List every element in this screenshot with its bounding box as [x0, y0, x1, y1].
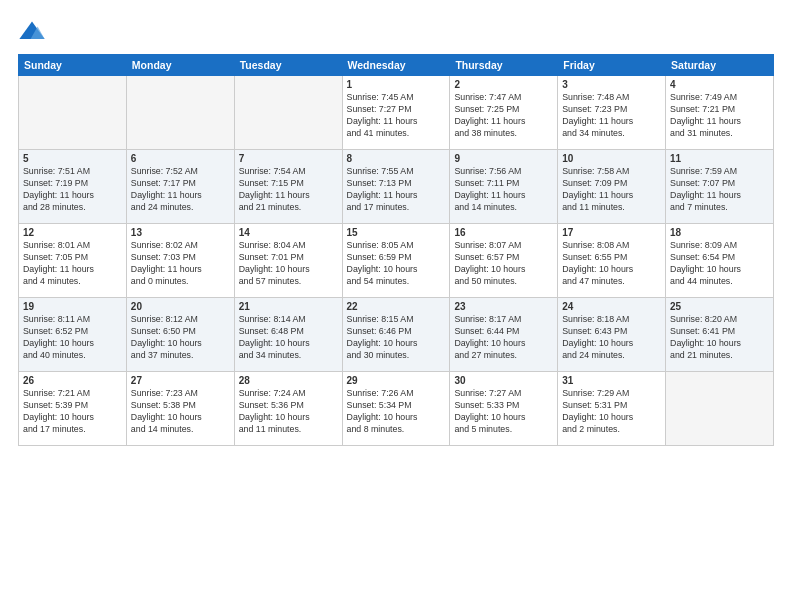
day-number: 16	[454, 227, 553, 238]
day-number: 29	[347, 375, 446, 386]
table-row	[126, 76, 234, 150]
day-info: Sunrise: 7:48 AM Sunset: 7:23 PM Dayligh…	[562, 92, 661, 140]
day-number: 24	[562, 301, 661, 312]
calendar-header-row: Sunday Monday Tuesday Wednesday Thursday…	[19, 55, 774, 76]
col-sunday: Sunday	[19, 55, 127, 76]
day-number: 14	[239, 227, 338, 238]
day-info: Sunrise: 8:04 AM Sunset: 7:01 PM Dayligh…	[239, 240, 338, 288]
logo-icon	[18, 18, 46, 46]
day-number: 1	[347, 79, 446, 90]
day-info: Sunrise: 7:55 AM Sunset: 7:13 PM Dayligh…	[347, 166, 446, 214]
calendar-week-row: 12Sunrise: 8:01 AM Sunset: 7:05 PM Dayli…	[19, 224, 774, 298]
day-info: Sunrise: 8:20 AM Sunset: 6:41 PM Dayligh…	[670, 314, 769, 362]
day-number: 30	[454, 375, 553, 386]
day-info: Sunrise: 7:26 AM Sunset: 5:34 PM Dayligh…	[347, 388, 446, 436]
day-info: Sunrise: 8:17 AM Sunset: 6:44 PM Dayligh…	[454, 314, 553, 362]
day-info: Sunrise: 8:08 AM Sunset: 6:55 PM Dayligh…	[562, 240, 661, 288]
table-row: 22Sunrise: 8:15 AM Sunset: 6:46 PM Dayli…	[342, 298, 450, 372]
day-info: Sunrise: 8:18 AM Sunset: 6:43 PM Dayligh…	[562, 314, 661, 362]
day-info: Sunrise: 8:12 AM Sunset: 6:50 PM Dayligh…	[131, 314, 230, 362]
day-number: 28	[239, 375, 338, 386]
day-number: 20	[131, 301, 230, 312]
day-info: Sunrise: 8:05 AM Sunset: 6:59 PM Dayligh…	[347, 240, 446, 288]
day-info: Sunrise: 7:58 AM Sunset: 7:09 PM Dayligh…	[562, 166, 661, 214]
table-row: 16Sunrise: 8:07 AM Sunset: 6:57 PM Dayli…	[450, 224, 558, 298]
day-number: 4	[670, 79, 769, 90]
col-wednesday: Wednesday	[342, 55, 450, 76]
day-number: 3	[562, 79, 661, 90]
table-row: 21Sunrise: 8:14 AM Sunset: 6:48 PM Dayli…	[234, 298, 342, 372]
day-number: 11	[670, 153, 769, 164]
day-number: 10	[562, 153, 661, 164]
day-number: 26	[23, 375, 122, 386]
col-friday: Friday	[558, 55, 666, 76]
table-row: 14Sunrise: 8:04 AM Sunset: 7:01 PM Dayli…	[234, 224, 342, 298]
table-row: 24Sunrise: 8:18 AM Sunset: 6:43 PM Dayli…	[558, 298, 666, 372]
table-row: 11Sunrise: 7:59 AM Sunset: 7:07 PM Dayli…	[666, 150, 774, 224]
table-row: 20Sunrise: 8:12 AM Sunset: 6:50 PM Dayli…	[126, 298, 234, 372]
day-number: 25	[670, 301, 769, 312]
day-number: 21	[239, 301, 338, 312]
table-row: 6Sunrise: 7:52 AM Sunset: 7:17 PM Daylig…	[126, 150, 234, 224]
day-info: Sunrise: 7:21 AM Sunset: 5:39 PM Dayligh…	[23, 388, 122, 436]
day-number: 6	[131, 153, 230, 164]
day-number: 19	[23, 301, 122, 312]
calendar-week-row: 5Sunrise: 7:51 AM Sunset: 7:19 PM Daylig…	[19, 150, 774, 224]
table-row: 31Sunrise: 7:29 AM Sunset: 5:31 PM Dayli…	[558, 372, 666, 446]
day-info: Sunrise: 8:07 AM Sunset: 6:57 PM Dayligh…	[454, 240, 553, 288]
table-row: 15Sunrise: 8:05 AM Sunset: 6:59 PM Dayli…	[342, 224, 450, 298]
table-row: 7Sunrise: 7:54 AM Sunset: 7:15 PM Daylig…	[234, 150, 342, 224]
day-number: 7	[239, 153, 338, 164]
day-info: Sunrise: 8:09 AM Sunset: 6:54 PM Dayligh…	[670, 240, 769, 288]
table-row: 27Sunrise: 7:23 AM Sunset: 5:38 PM Dayli…	[126, 372, 234, 446]
day-info: Sunrise: 8:15 AM Sunset: 6:46 PM Dayligh…	[347, 314, 446, 362]
table-row: 29Sunrise: 7:26 AM Sunset: 5:34 PM Dayli…	[342, 372, 450, 446]
day-number: 8	[347, 153, 446, 164]
day-number: 22	[347, 301, 446, 312]
day-info: Sunrise: 8:02 AM Sunset: 7:03 PM Dayligh…	[131, 240, 230, 288]
table-row: 23Sunrise: 8:17 AM Sunset: 6:44 PM Dayli…	[450, 298, 558, 372]
table-row: 4Sunrise: 7:49 AM Sunset: 7:21 PM Daylig…	[666, 76, 774, 150]
table-row	[666, 372, 774, 446]
table-row: 30Sunrise: 7:27 AM Sunset: 5:33 PM Dayli…	[450, 372, 558, 446]
table-row: 8Sunrise: 7:55 AM Sunset: 7:13 PM Daylig…	[342, 150, 450, 224]
table-row	[19, 76, 127, 150]
calendar-week-row: 26Sunrise: 7:21 AM Sunset: 5:39 PM Dayli…	[19, 372, 774, 446]
table-row: 26Sunrise: 7:21 AM Sunset: 5:39 PM Dayli…	[19, 372, 127, 446]
day-info: Sunrise: 7:51 AM Sunset: 7:19 PM Dayligh…	[23, 166, 122, 214]
table-row: 9Sunrise: 7:56 AM Sunset: 7:11 PM Daylig…	[450, 150, 558, 224]
day-number: 15	[347, 227, 446, 238]
col-thursday: Thursday	[450, 55, 558, 76]
table-row: 12Sunrise: 8:01 AM Sunset: 7:05 PM Dayli…	[19, 224, 127, 298]
day-number: 13	[131, 227, 230, 238]
table-row: 13Sunrise: 8:02 AM Sunset: 7:03 PM Dayli…	[126, 224, 234, 298]
day-number: 17	[562, 227, 661, 238]
day-number: 12	[23, 227, 122, 238]
table-row: 1Sunrise: 7:45 AM Sunset: 7:27 PM Daylig…	[342, 76, 450, 150]
col-tuesday: Tuesday	[234, 55, 342, 76]
day-info: Sunrise: 7:59 AM Sunset: 7:07 PM Dayligh…	[670, 166, 769, 214]
logo	[18, 18, 48, 46]
calendar-week-row: 19Sunrise: 8:11 AM Sunset: 6:52 PM Dayli…	[19, 298, 774, 372]
day-info: Sunrise: 7:47 AM Sunset: 7:25 PM Dayligh…	[454, 92, 553, 140]
day-info: Sunrise: 8:01 AM Sunset: 7:05 PM Dayligh…	[23, 240, 122, 288]
day-info: Sunrise: 8:14 AM Sunset: 6:48 PM Dayligh…	[239, 314, 338, 362]
table-row: 18Sunrise: 8:09 AM Sunset: 6:54 PM Dayli…	[666, 224, 774, 298]
table-row: 2Sunrise: 7:47 AM Sunset: 7:25 PM Daylig…	[450, 76, 558, 150]
calendar-table: Sunday Monday Tuesday Wednesday Thursday…	[18, 54, 774, 446]
header	[18, 18, 774, 46]
day-number: 18	[670, 227, 769, 238]
day-info: Sunrise: 7:45 AM Sunset: 7:27 PM Dayligh…	[347, 92, 446, 140]
day-number: 5	[23, 153, 122, 164]
day-info: Sunrise: 7:24 AM Sunset: 5:36 PM Dayligh…	[239, 388, 338, 436]
table-row: 3Sunrise: 7:48 AM Sunset: 7:23 PM Daylig…	[558, 76, 666, 150]
day-number: 23	[454, 301, 553, 312]
day-info: Sunrise: 7:52 AM Sunset: 7:17 PM Dayligh…	[131, 166, 230, 214]
day-number: 31	[562, 375, 661, 386]
table-row: 17Sunrise: 8:08 AM Sunset: 6:55 PM Dayli…	[558, 224, 666, 298]
col-saturday: Saturday	[666, 55, 774, 76]
table-row: 19Sunrise: 8:11 AM Sunset: 6:52 PM Dayli…	[19, 298, 127, 372]
table-row: 25Sunrise: 8:20 AM Sunset: 6:41 PM Dayli…	[666, 298, 774, 372]
day-info: Sunrise: 7:49 AM Sunset: 7:21 PM Dayligh…	[670, 92, 769, 140]
day-info: Sunrise: 7:54 AM Sunset: 7:15 PM Dayligh…	[239, 166, 338, 214]
